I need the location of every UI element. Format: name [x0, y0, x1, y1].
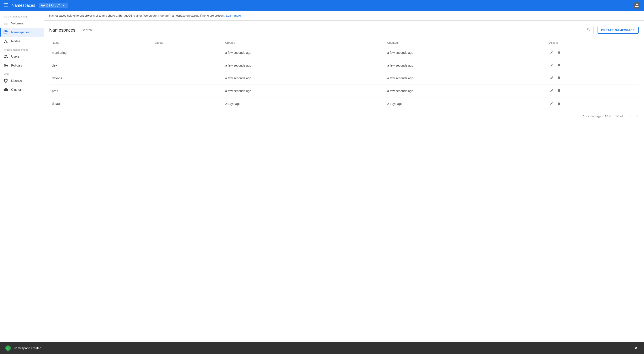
page-info: 1-5 of 5: [615, 114, 625, 118]
cell-actions: [546, 97, 639, 110]
cell-name: dev: [49, 59, 152, 72]
sidebar-item-policies-label: Policies: [11, 64, 22, 67]
learn-more-link[interactable]: Learn more: [226, 14, 241, 17]
svg-rect-7: [4, 24, 8, 24]
delete-button[interactable]: [556, 62, 562, 69]
svg-rect-0: [4, 3, 8, 4]
cell-name: devops: [49, 72, 152, 85]
table-row: prod a few seconds ago a few seconds ago: [49, 85, 639, 97]
edit-button[interactable]: [549, 88, 554, 94]
cell-name: prod: [49, 85, 152, 97]
delete-button[interactable]: [556, 50, 562, 56]
snackbar-check-icon: [5, 345, 11, 351]
svg-point-11: [6, 42, 8, 43]
svg-point-10: [4, 42, 5, 43]
cell-updated: a few seconds ago: [384, 72, 546, 85]
sidebar-item-users-label: Users: [11, 55, 20, 58]
cell-actions: [546, 46, 639, 59]
svg-rect-6: [4, 23, 8, 23]
sidebar-section-access: Access management: [0, 46, 44, 52]
list-icon: [4, 21, 8, 26]
sidebar-item-cluster[interactable]: Cluster: [0, 85, 44, 94]
search-icon: [587, 28, 591, 33]
col-name: Name: [49, 40, 152, 46]
pagination: Rows per page: 10 25 50 1-5 of 5 ‹ ›: [49, 110, 639, 122]
svg-rect-5: [4, 22, 8, 22]
cell-labels: [152, 85, 223, 97]
edit-button[interactable]: [549, 50, 554, 56]
cell-name: default: [49, 97, 152, 110]
sidebar-item-namespaces[interactable]: Namespaces: [0, 28, 44, 37]
namespace-table: Name Labels Created Updated Actions moni…: [49, 40, 639, 122]
cell-labels: [152, 97, 223, 110]
content-header: Namespaces CREATE NAMESPACE: [49, 26, 639, 34]
svg-line-13: [6, 41, 7, 42]
cell-created: a few seconds ago: [222, 46, 384, 59]
search-input[interactable]: [82, 28, 587, 32]
delete-button[interactable]: [556, 101, 562, 107]
sidebar-item-namespaces-label: Namespaces: [11, 31, 30, 34]
edit-button[interactable]: [549, 75, 554, 81]
sidebar-item-licence-label: Licence: [11, 79, 22, 82]
cell-actions: [546, 85, 639, 97]
delete-button[interactable]: [556, 88, 562, 94]
main-content: Namespaces help different projects or te…: [44, 11, 644, 354]
create-namespace-button[interactable]: CREATE NAMESPACE: [597, 27, 639, 34]
key-icon: [4, 63, 8, 68]
cluster-icon: [4, 87, 8, 92]
menu-icon[interactable]: [4, 3, 8, 8]
cell-actions: [546, 59, 639, 72]
svg-point-9: [5, 40, 6, 41]
next-page-button[interactable]: ›: [636, 113, 639, 119]
page-title: Namespaces: [12, 3, 35, 8]
cell-updated: a few seconds ago: [384, 85, 546, 97]
workspace-badge[interactable]: DEFAULT: [39, 3, 68, 8]
namespace-icon: [4, 30, 8, 35]
svg-point-3: [42, 4, 44, 7]
svg-line-12: [5, 41, 6, 42]
sidebar-item-licence[interactable]: Licence: [0, 76, 44, 85]
topbar: Namespaces DEFAULT: [0, 0, 644, 11]
cell-labels: [152, 72, 223, 85]
search-bar[interactable]: [79, 26, 594, 34]
cell-updated: 2 days ago: [384, 97, 546, 110]
sidebar-item-nodes[interactable]: Nodes: [0, 37, 44, 46]
user-avatar[interactable]: [633, 2, 640, 9]
cell-labels: [152, 46, 223, 59]
table-row: dev a few seconds ago a few seconds ago: [49, 59, 639, 72]
cell-created: a few seconds ago: [222, 85, 384, 97]
col-updated: Updated: [384, 40, 546, 46]
col-created: Created: [222, 40, 384, 46]
rows-per-page-select[interactable]: 10 25 50: [604, 114, 612, 118]
edit-button[interactable]: [549, 101, 554, 107]
snackbar-close-button[interactable]: ✕: [633, 345, 639, 351]
rows-per-page-label: Rows per page: 10 25 50: [582, 114, 612, 118]
cell-labels: [152, 59, 223, 72]
sidebar-item-policies[interactable]: Policies: [0, 61, 44, 70]
sidebar-item-cluster-label: Cluster: [11, 88, 21, 91]
svg-rect-2: [4, 6, 8, 7]
info-banner: Namespaces help different projects or te…: [44, 11, 644, 21]
col-actions: Actions: [546, 40, 639, 46]
sidebar-section-cluster: Cluster management: [0, 13, 44, 19]
edit-button[interactable]: [549, 62, 554, 69]
sidebar-item-users[interactable]: Users: [0, 52, 44, 61]
delete-button[interactable]: [556, 75, 562, 81]
cell-updated: a few seconds ago: [384, 59, 546, 72]
cell-created: a few seconds ago: [222, 59, 384, 72]
content-title: Namespaces: [49, 28, 76, 33]
sidebar: Cluster management Volumes Namespaces No…: [0, 11, 44, 354]
cell-name: monitoring: [49, 46, 152, 59]
table-row: default 2 days ago 2 days ago: [49, 97, 639, 110]
cell-created: 2 days ago: [222, 97, 384, 110]
svg-rect-8: [4, 25, 8, 25]
content-area: Namespaces CREATE NAMESPACE Name Labels: [44, 21, 644, 354]
cell-updated: a few seconds ago: [384, 46, 546, 59]
prev-page-button[interactable]: ‹: [629, 113, 632, 119]
sidebar-item-volumes[interactable]: Volumes: [0, 19, 44, 28]
info-text: Namespaces help different projects or te…: [49, 14, 225, 17]
col-labels: Labels: [152, 40, 223, 46]
table-row: devops a few seconds ago a few seconds a…: [49, 72, 639, 85]
layout: Cluster management Volumes Namespaces No…: [0, 11, 644, 354]
licence-icon: [4, 78, 8, 83]
